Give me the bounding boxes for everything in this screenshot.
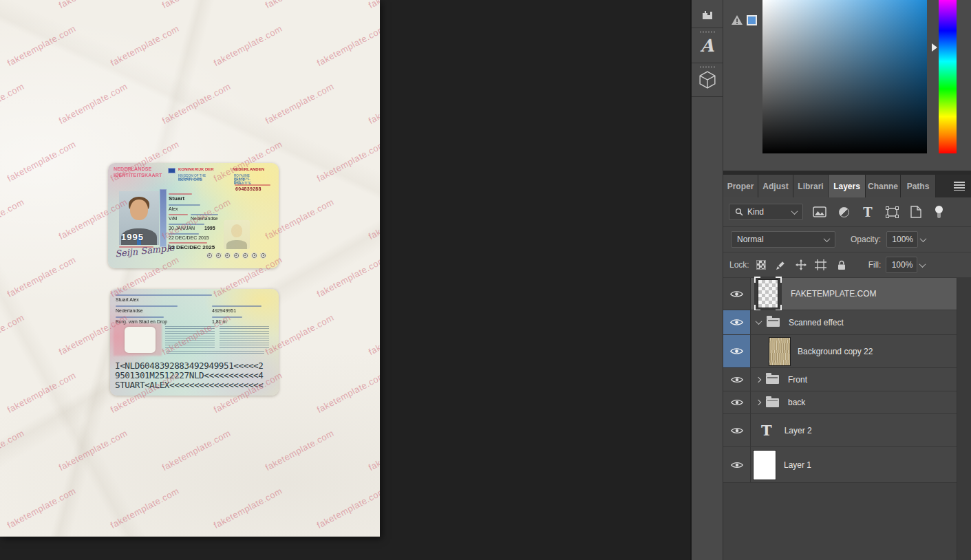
chevron-down-icon [791,208,798,215]
visibility-toggle[interactable] [723,391,751,413]
tab-paths[interactable]: Paths [901,175,936,197]
filter-smart-objects-button[interactable] [908,205,924,219]
tab-channels[interactable]: Channe [866,175,901,197]
saturation-brightness-field[interactable] [762,0,927,153]
front-signature: Seijn Sample [114,243,175,259]
watermark-text: faketemplate.com [57,428,129,473]
lock-pixels-button[interactable] [773,258,789,272]
3d-cube-icon [699,71,716,89]
adjustment-icon [839,207,849,217]
layer-row-layer2[interactable]: T Layer 2 [723,414,957,447]
hue-slider[interactable] [939,0,957,153]
filter-shape-layers-button[interactable] [884,205,899,219]
front-ghost-photo [224,220,250,249]
panel-button-3d[interactable] [692,63,723,97]
panel-menu-icon[interactable] [954,182,965,191]
visibility-toggle[interactable] [723,368,751,391]
filter-type-layers-button[interactable]: T [860,205,875,219]
watermark-text: faketemplate.com [0,0,26,10]
visibility-toggle[interactable] [723,335,751,367]
foreground-color-swatch[interactable] [747,15,757,25]
layer-row-back[interactable]: back [723,391,957,414]
opacity-field[interactable]: 100% [886,231,918,248]
folder-icon [766,375,779,384]
front-issue-date: 22 DEC/DEC 2015 [169,235,209,241]
layer-thumbnail[interactable] [753,450,776,480]
tab-layers[interactable]: Layers [829,175,866,197]
watermark-text: faketemplate.com [315,370,380,415]
layer-thumbnail[interactable] [769,337,791,366]
layer-name[interactable]: Background copy 22 [798,347,873,356]
visibility-toggle[interactable] [723,310,751,334]
back-name: Stuart Alex [116,297,139,303]
layer-row-faketemplate[interactable]: FAKETEMPLATE.COM [723,278,957,310]
layer-thumbnail[interactable] [754,277,782,311]
eye-icon [730,290,743,299]
panel-button-building[interactable] [692,0,723,28]
pin-icon [935,206,943,213]
watermark-text: faketemplate.com [57,0,129,10]
blend-mode-select[interactable]: Normal [731,231,835,248]
canvas-workspace[interactable]: NEDERLANDSE IDENTITEITSKAART KONINKRIJK … [0,0,690,560]
group-expand-chevron[interactable] [756,376,761,382]
front-kingdom-nl-2: NEDERLANDEN [233,167,264,172]
document-canvas[interactable]: NEDERLANDSE IDENTITEITSKAART KONINKRIJK … [0,0,380,537]
watermark-text: faketemplate.com [264,0,336,10]
group-expand-chevron[interactable] [756,318,762,325]
tab-properties[interactable]: Proper [723,175,758,197]
watermark-text: faketemplate.com [109,23,181,68]
layer-name[interactable]: Layer 1 [784,460,811,470]
eye-icon [731,427,743,435]
move-icon [796,259,807,270]
filter-kind-dropdown[interactable]: Kind [729,204,803,220]
folder-icon [767,318,780,327]
hue-slider-marker[interactable] [932,43,937,52]
visibility-toggle[interactable] [723,447,751,482]
collapsed-panel-strip: A [690,0,723,560]
lock-label: Lock: [729,260,749,270]
visibility-toggle[interactable] [723,414,751,446]
front-subtitle-en-2: IDENTITY CARD [178,178,202,182]
lock-position-button[interactable] [793,258,809,272]
filter-toggle-pin[interactable] [935,206,943,218]
lock-all-button[interactable] [834,258,849,272]
tab-adjustments[interactable]: Adjust [758,175,793,197]
eye-icon [731,376,743,384]
fill-field[interactable]: 100% [886,257,917,273]
filter-pixel-layers-button[interactable] [812,205,827,219]
tab-libraries[interactable]: Librari [793,175,829,197]
fill-dropdown-chevron[interactable] [919,261,926,268]
back-personal-number: 492949951 [212,308,236,314]
front-nationality: Nederlandse [191,216,218,222]
layer-name[interactable]: back [788,398,805,407]
filter-adjustment-layers-button[interactable] [836,205,851,219]
layer-row-background-copy[interactable]: Background copy 22 [723,335,957,368]
layer-name[interactable]: Front [788,375,807,385]
panel-tab-strip: Proper Adjust Librari Layers Channe Path… [723,175,971,197]
visibility-toggle[interactable] [723,278,751,310]
gamut-warning-icon[interactable] [731,14,743,25]
watermark-text: faketemplate.com [264,81,336,126]
lock-artboard-button[interactable] [813,258,829,272]
layer-name[interactable]: Scanned effect [789,318,844,327]
layer-row-scanned-effect[interactable]: Scanned effect [723,310,957,335]
lock-transparency-icon [756,260,766,270]
layer-name[interactable]: Layer 2 [785,426,812,435]
watermark-text: faketemplate.com [212,486,284,530]
layer-name[interactable]: FAKETEMPLATE.COM [791,289,876,299]
layer-row-layer1[interactable]: Layer 1 [723,447,957,483]
layer-row-front[interactable]: Front [723,368,957,391]
opacity-dropdown-chevron[interactable] [920,235,927,242]
blend-mode-row: Normal Opacity: 100% [723,227,971,252]
watermark-text: faketemplate.com [0,81,26,126]
panel-button-glyphs[interactable]: A [692,28,723,63]
layer-filter-row: Kind T [723,197,971,227]
eye-icon [730,347,743,356]
watermark-text: faketemplate.com [315,23,380,68]
group-expand-chevron[interactable] [756,400,761,405]
lock-transparency-button[interactable] [754,258,769,272]
mrz-line-1: I<NLD6048392883492949951<<<<<2 [115,360,263,371]
panel-dock: Proper Adjust Librari Layers Channe Path… [723,0,971,560]
text-layer-icon: T [761,422,772,439]
scrollbar-track[interactable] [957,278,971,560]
